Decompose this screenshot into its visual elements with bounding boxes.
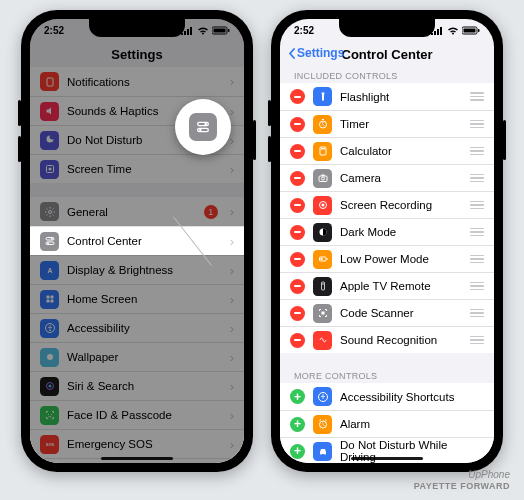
remove-icon[interactable]: [290, 171, 305, 186]
row-home-screen[interactable]: Home Screen›: [30, 284, 244, 313]
row-flashlight[interactable]: Flashlight: [280, 83, 494, 110]
row-accessibility[interactable]: Accessibility›: [30, 313, 244, 342]
svg-point-5: [48, 168, 51, 171]
chevron-left-icon: [288, 48, 295, 59]
reorder-icon[interactable]: [470, 174, 484, 183]
reorder-icon[interactable]: [470, 201, 484, 210]
svg-rect-34: [464, 28, 476, 32]
screen-control-center: 2:52 Settings Control Center INCLUDED CO…: [280, 19, 494, 463]
reorder-icon[interactable]: [470, 336, 484, 345]
svg-point-8: [51, 238, 53, 240]
row-code-scanner[interactable]: Code Scanner: [280, 299, 494, 326]
watermark: UpPhone PAYETTE FORWARD: [414, 469, 510, 492]
screen-recording-icon: [313, 196, 332, 215]
row-accessibility-shortcuts[interactable]: Accessibility Shortcuts: [280, 383, 494, 410]
svg-text:SOS: SOS: [45, 442, 54, 447]
row-control-center[interactable]: Control Center›: [30, 226, 244, 255]
phone-left: 2:52 Settings Notifications›Sounds & Hap…: [21, 10, 253, 472]
row-siri-search[interactable]: Siri & Search›: [30, 371, 244, 400]
row-screen-recording[interactable]: Screen Recording: [280, 191, 494, 218]
reorder-icon[interactable]: [470, 92, 484, 101]
status-right-icons: [430, 26, 480, 35]
general-icon: [40, 202, 59, 221]
alarm-icon: [313, 415, 332, 434]
chevron-right-icon: ›: [230, 74, 234, 89]
svg-point-43: [321, 204, 324, 207]
control-center-icon: [40, 232, 59, 251]
row-label: Flashlight: [340, 91, 462, 103]
reorder-icon[interactable]: [470, 120, 484, 129]
row-display-brightness[interactable]: ADisplay & Brightness›: [30, 255, 244, 284]
reorder-icon[interactable]: [470, 282, 484, 291]
remove-icon[interactable]: [290, 89, 305, 104]
svg-rect-3: [47, 78, 53, 86]
remove-icon[interactable]: [290, 279, 305, 294]
svg-point-17: [49, 325, 51, 327]
svg-rect-13: [50, 296, 53, 299]
row-alarm[interactable]: Alarm: [280, 410, 494, 437]
row-camera[interactable]: Camera: [280, 164, 494, 191]
home-indicator: [351, 457, 423, 461]
row-label: Sound Recognition: [340, 334, 462, 346]
accessibility-icon: [40, 319, 59, 338]
row-label: Accessibility Shortcuts: [340, 391, 484, 403]
reorder-icon[interactable]: [470, 147, 484, 156]
remove-icon[interactable]: [290, 117, 305, 132]
chevron-right-icon: ›: [230, 263, 234, 278]
row-notifications[interactable]: Notifications›: [30, 67, 244, 96]
remove-icon[interactable]: [290, 333, 305, 348]
svg-rect-46: [326, 258, 327, 260]
row-screen-time[interactable]: Screen Time›: [30, 154, 244, 183]
svg-point-55: [324, 453, 326, 455]
svg-rect-12: [46, 296, 49, 299]
back-button[interactable]: Settings: [288, 46, 344, 60]
chevron-right-icon: ›: [230, 292, 234, 307]
row-label: Camera: [340, 172, 462, 184]
row-sound-recognition[interactable]: Sound Recognition: [280, 326, 494, 353]
dark-mode-icon: [313, 223, 332, 242]
row-general[interactable]: General1›: [30, 197, 244, 226]
reorder-icon[interactable]: [470, 255, 484, 264]
svg-point-40: [321, 177, 324, 180]
add-icon[interactable]: [290, 417, 305, 432]
accessibility-shortcuts-icon: [313, 387, 332, 406]
face-id-passcode-icon: [40, 406, 59, 425]
remove-icon[interactable]: [290, 225, 305, 240]
remove-icon[interactable]: [290, 198, 305, 213]
row-dark-mode[interactable]: Dark Mode: [280, 218, 494, 245]
row-timer[interactable]: Timer: [280, 110, 494, 137]
svg-rect-35: [478, 29, 480, 32]
chevron-right-icon: ›: [230, 204, 234, 219]
svg-point-30: [204, 123, 206, 125]
row-label: Low Power Mode: [340, 253, 462, 265]
row-label: Emergency SOS: [67, 438, 222, 450]
reorder-icon[interactable]: [470, 309, 484, 318]
add-icon[interactable]: [290, 389, 305, 404]
remove-icon[interactable]: [290, 306, 305, 321]
row-apple-tv-remote[interactable]: Apple TV Remote: [280, 272, 494, 299]
flashlight-icon: [313, 87, 332, 106]
row-emergency-sos[interactable]: SOSEmergency SOS›: [30, 429, 244, 458]
reorder-icon[interactable]: [470, 228, 484, 237]
section-header-more: MORE CONTROLS: [280, 367, 494, 383]
emergency-sos-icon: SOS: [40, 435, 59, 454]
svg-rect-38: [321, 148, 325, 150]
row-label: Accessibility: [67, 322, 222, 334]
chevron-right-icon: ›: [230, 321, 234, 336]
remove-icon[interactable]: [290, 252, 305, 267]
add-icon[interactable]: [290, 444, 305, 459]
row-calculator[interactable]: Calculator: [280, 137, 494, 164]
row-face-id-passcode[interactable]: Face ID & Passcode›: [30, 400, 244, 429]
chevron-right-icon: ›: [230, 350, 234, 365]
row-label: Face ID & Passcode: [67, 409, 222, 421]
page-title: Control Center: [342, 47, 433, 62]
row-wallpaper[interactable]: Wallpaper›: [30, 342, 244, 371]
row-low-power-mode[interactable]: Low Power Mode: [280, 245, 494, 272]
notifications-icon: [40, 72, 59, 91]
phone-right: 2:52 Settings Control Center INCLUDED CO…: [271, 10, 503, 472]
display-brightness-icon: A: [40, 261, 59, 280]
svg-point-6: [48, 210, 51, 213]
status-time: 2:52: [44, 25, 64, 36]
chevron-right-icon: ›: [230, 234, 234, 249]
remove-icon[interactable]: [290, 144, 305, 159]
